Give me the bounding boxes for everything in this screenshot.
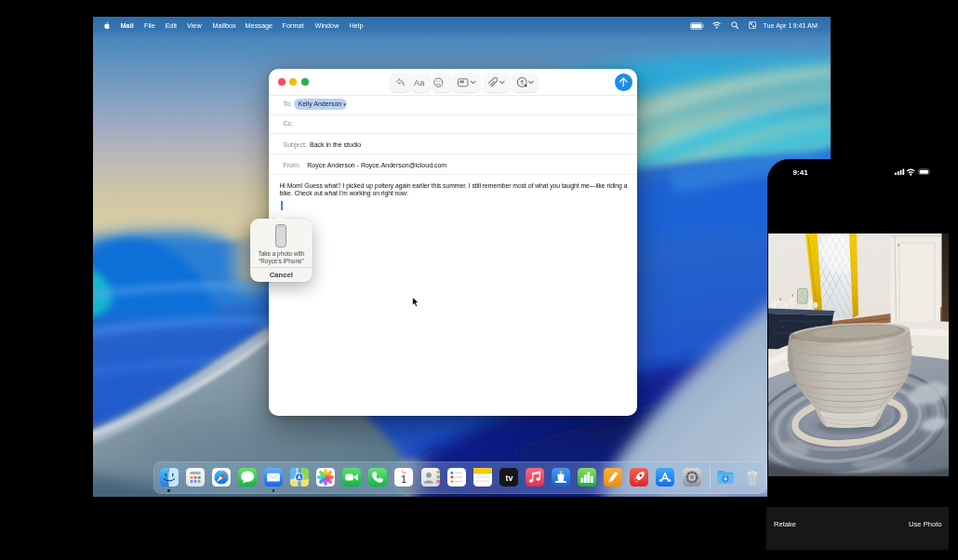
svg-text:Aa: Aa [414,77,425,87]
svg-text:tv: tv [505,473,512,483]
svg-text:1: 1 [401,473,406,485]
